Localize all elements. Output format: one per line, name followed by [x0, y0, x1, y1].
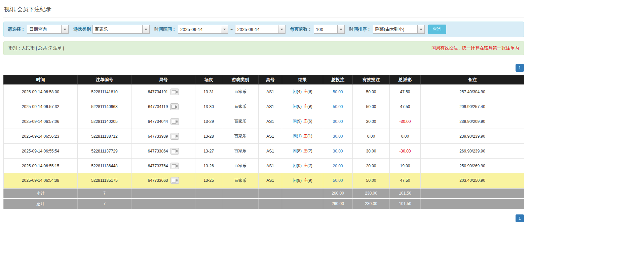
cell-bet-id: 522811136448: [78, 159, 131, 173]
cell-result: 闲(8)庄(9): [282, 173, 323, 188]
cell-time: 2025-09-14 06:55:15: [4, 159, 78, 173]
total-bet-link[interactable]: 50.00: [333, 104, 343, 109]
payout-value: 0.00: [401, 134, 409, 139]
date-range-separator: ~: [230, 27, 233, 32]
col-total-bet: 总投注: [323, 75, 353, 84]
cell-round-id: 647734119: [131, 99, 195, 114]
filter-bar: 请选择： 游戏类别 时间区间： ~ 每页笔数： 时间排序：: [3, 22, 524, 37]
table-row[interactable]: 2025-09-14 06:56:23 522811138712 6477339…: [4, 129, 524, 144]
result-player-label: 闲: [293, 104, 297, 109]
cell-round-id: 647733663: [131, 173, 195, 188]
balance-note: 250.90/269.90: [459, 164, 485, 168]
subtotal-valid-bet: 230.00: [353, 188, 390, 199]
video-replay-icon[interactable]: [171, 89, 179, 95]
table-no: AS1: [266, 149, 274, 154]
total-bet-link[interactable]: 50.00: [333, 90, 343, 94]
total-bet-link[interactable]: 20.00: [333, 164, 343, 168]
round-id: 647733939: [148, 134, 168, 139]
cell-total-bet: 20.00: [323, 159, 353, 173]
total-label: 总计: [4, 199, 78, 209]
round-id-group: 647733939: [148, 133, 179, 140]
table-row[interactable]: 2025-09-14 06:57:32 522811140968 6477341…: [4, 99, 524, 114]
query-type-input[interactable]: [27, 25, 61, 34]
cell-note: 250.90/269.90: [421, 159, 524, 173]
game-type: 百家乐: [234, 163, 247, 168]
table-row[interactable]: 2025-09-14 06:57:06 522811140205 6477340…: [4, 114, 524, 129]
cell-time: 2025-09-14 06:58:00: [4, 84, 78, 99]
video-replay-icon[interactable]: [171, 133, 179, 140]
result-player-label: 闲: [293, 119, 297, 124]
time-sort-combobox[interactable]: [373, 25, 425, 34]
video-replay-icon[interactable]: [170, 103, 179, 110]
date-from-picker[interactable]: [178, 25, 228, 34]
round-id-group: 647733764: [148, 163, 179, 169]
time-sort-input[interactable]: [373, 25, 417, 34]
valid-bet: 30.00: [366, 149, 376, 154]
table-no: AS1: [266, 119, 274, 124]
col-game-type: 游戏类别: [222, 75, 259, 84]
table-row[interactable]: 2025-09-14 06:55:15 522811136448 6477337…: [4, 159, 524, 173]
video-replay-icon[interactable]: [171, 163, 179, 169]
table-row[interactable]: 2025-09-14 06:54:38 522811135175 6477336…: [4, 173, 524, 188]
total-bet-link[interactable]: 50.00: [333, 178, 343, 183]
pagination-page-button[interactable]: 1: [516, 214, 524, 222]
session-no: 13-31: [203, 90, 214, 94]
result-player-score: (1): [297, 134, 302, 138]
bet-time: 2025-09-14 06:55:54: [22, 149, 59, 154]
total-bet-link[interactable]: 30.00: [333, 149, 343, 154]
total-row: 总计 7 260.00 230.00 101.50: [4, 199, 524, 209]
total-bet-link[interactable]: 30.00: [333, 119, 343, 124]
round-id-group: 647733663: [148, 177, 179, 184]
video-replay-icon[interactable]: [171, 118, 179, 125]
cell-table-no: AS1: [259, 99, 282, 114]
cell-time: 2025-09-14 06:57:32: [4, 99, 78, 114]
game-type-input[interactable]: [92, 25, 142, 34]
table-footer: 小计 7 260.00 230.00 101.50 总计 7 260.00 23…: [4, 188, 524, 209]
bet-time: 2025-09-14 06:57:32: [22, 104, 59, 109]
video-replay-icon[interactable]: [171, 148, 179, 155]
col-result: 结果: [282, 75, 323, 84]
result-player-label: 闲: [293, 89, 297, 94]
page-size-combobox[interactable]: [314, 25, 345, 34]
date-from-input[interactable]: [178, 25, 221, 34]
pagination-bottom: 1: [3, 214, 524, 222]
chevron-down-icon[interactable]: [278, 25, 286, 34]
chevron-down-icon[interactable]: [337, 25, 345, 34]
cell-session: 13-29: [195, 114, 222, 129]
page-root: 视讯 会员下注纪录 请选择： 游戏类别 时间区间： ~ 每页笔数： 时间排序：: [3, 0, 524, 222]
balance-note: 239.90/239.90: [459, 134, 485, 139]
cell-game-type: 百家乐: [222, 114, 259, 129]
query-type-combobox[interactable]: [27, 25, 69, 34]
total-bet-link[interactable]: 30.00: [333, 134, 343, 139]
pagination-page-button[interactable]: 1: [516, 64, 524, 72]
game-type-combobox[interactable]: [92, 25, 150, 34]
chevron-down-icon[interactable]: [142, 25, 150, 34]
result-player-score: (0): [297, 163, 302, 168]
cell-result: 闲(0)庄(2): [282, 159, 323, 173]
video-replay-icon[interactable]: [171, 177, 179, 184]
table-header: 时间 注单编号 局号 场次 游戏类别 桌号 结果 总投注 有效投注 总派彩 备注: [4, 75, 524, 84]
balance-note: 203.40/250.90: [459, 178, 485, 183]
round-id: 647733663: [148, 178, 168, 183]
table-row[interactable]: 2025-09-14 06:55:54 522811137729 6477338…: [4, 144, 524, 159]
session-no: 13-28: [203, 134, 214, 139]
game-type: 百家乐: [234, 148, 247, 153]
col-valid-bet: 有效投注: [353, 75, 390, 84]
date-to-input[interactable]: [235, 25, 278, 34]
chevron-down-icon[interactable]: [61, 25, 69, 34]
subtotal-label: 小计: [4, 188, 78, 199]
date-to-picker[interactable]: [235, 25, 286, 34]
table-row[interactable]: 2025-09-14 06:58:00 522811141810 6477341…: [4, 84, 524, 99]
total-total-bet: 260.00: [323, 199, 353, 209]
search-button[interactable]: 查询: [428, 25, 446, 34]
session-no: 13-30: [203, 104, 214, 109]
cell-note: 269.90/239.90: [421, 144, 524, 159]
cell-time: 2025-09-14 06:56:23: [4, 129, 78, 144]
chevron-down-icon[interactable]: [221, 25, 228, 34]
col-payout: 总派彩: [390, 75, 421, 84]
chevron-down-glyph: [64, 29, 66, 30]
chevron-down-glyph: [280, 29, 283, 30]
page-size-input[interactable]: [314, 25, 337, 34]
chevron-down-icon[interactable]: [417, 25, 425, 34]
result-player-label: 闲: [293, 178, 297, 183]
